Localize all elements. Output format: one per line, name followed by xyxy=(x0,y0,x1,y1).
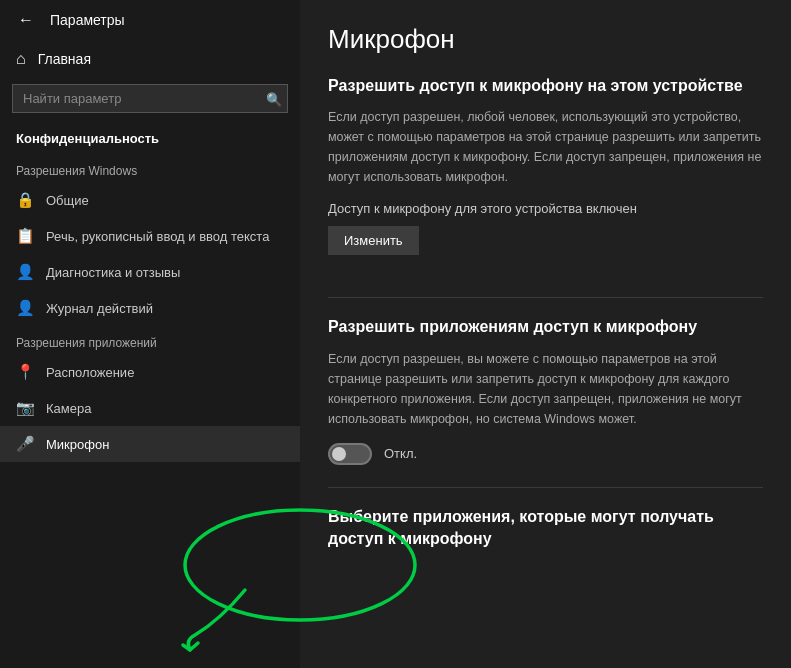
change-button[interactable]: Изменить xyxy=(328,226,419,255)
sidebar-item-microphone[interactable]: 🎤 Микрофон xyxy=(0,426,300,462)
page-title: Микрофон xyxy=(328,24,763,55)
section1-heading: Разрешить доступ к микрофону на этом уст… xyxy=(328,75,763,97)
microphone-label: Микрофон xyxy=(46,437,109,452)
toggle-row: Откл. xyxy=(328,443,763,465)
home-icon: ⌂ xyxy=(16,50,26,68)
activity-icon: 👤 xyxy=(16,299,34,317)
divider2 xyxy=(328,487,763,488)
main-content: Микрофон Разрешить доступ к микрофону на… xyxy=(300,0,791,668)
lock-icon: 🔒 xyxy=(16,191,34,209)
section1-status: Доступ к микрофону для этого устройства … xyxy=(328,201,763,216)
home-label: Главная xyxy=(38,51,91,67)
sidebar-item-general[interactable]: 🔒 Общие xyxy=(0,182,300,218)
microphone-icon: 🎤 xyxy=(16,435,34,453)
section2-description: Если доступ разрешен, вы можете с помощь… xyxy=(328,349,763,429)
sidebar-title-label: Параметры xyxy=(50,12,125,28)
toggle-thumb xyxy=(332,447,346,461)
activity-label: Журнал действий xyxy=(46,301,153,316)
section1-description: Если доступ разрешен, любой человек, исп… xyxy=(328,107,763,187)
sidebar-item-home[interactable]: ⌂ Главная xyxy=(0,40,300,78)
back-button[interactable]: ← xyxy=(12,9,40,31)
toggle-label: Откл. xyxy=(384,446,417,461)
speech-label: Речь, рукописный ввод и ввод текста xyxy=(46,229,269,244)
section2-heading: Разрешить приложениям доступ к микрофону xyxy=(328,316,763,338)
app-permissions-label: Разрешения приложений xyxy=(0,326,300,354)
sidebar-item-activity[interactable]: 👤 Журнал действий xyxy=(0,290,300,326)
search-icon-button[interactable]: 🔍 xyxy=(266,91,282,106)
sidebar-header: ← Параметры xyxy=(0,0,300,40)
general-label: Общие xyxy=(46,193,89,208)
section3-heading: Выберите приложения, которые могут получ… xyxy=(328,506,763,551)
sidebar-item-speech[interactable]: 📋 Речь, рукописный ввод и ввод текста xyxy=(0,218,300,254)
diagnostics-label: Диагностика и отзывы xyxy=(46,265,180,280)
sidebar: ← Параметры ⌂ Главная 🔍 Конфиденциальнос… xyxy=(0,0,300,668)
sidebar-item-camera[interactable]: 📷 Камера xyxy=(0,390,300,426)
location-label: Расположение xyxy=(46,365,134,380)
divider1 xyxy=(328,297,763,298)
search-box: 🔍 xyxy=(12,84,288,113)
sidebar-item-diagnostics[interactable]: 👤 Диагностика и отзывы xyxy=(0,254,300,290)
sidebar-item-location[interactable]: 📍 Расположение xyxy=(0,354,300,390)
camera-icon: 📷 xyxy=(16,399,34,417)
windows-permissions-label: Разрешения Windows xyxy=(0,154,300,182)
speech-icon: 📋 xyxy=(16,227,34,245)
search-input[interactable] xyxy=(12,84,288,113)
camera-label: Камера xyxy=(46,401,91,416)
microphone-apps-toggle[interactable] xyxy=(328,443,372,465)
location-icon: 📍 xyxy=(16,363,34,381)
privacy-section-label: Конфиденциальность xyxy=(0,125,300,154)
diagnostics-icon: 👤 xyxy=(16,263,34,281)
